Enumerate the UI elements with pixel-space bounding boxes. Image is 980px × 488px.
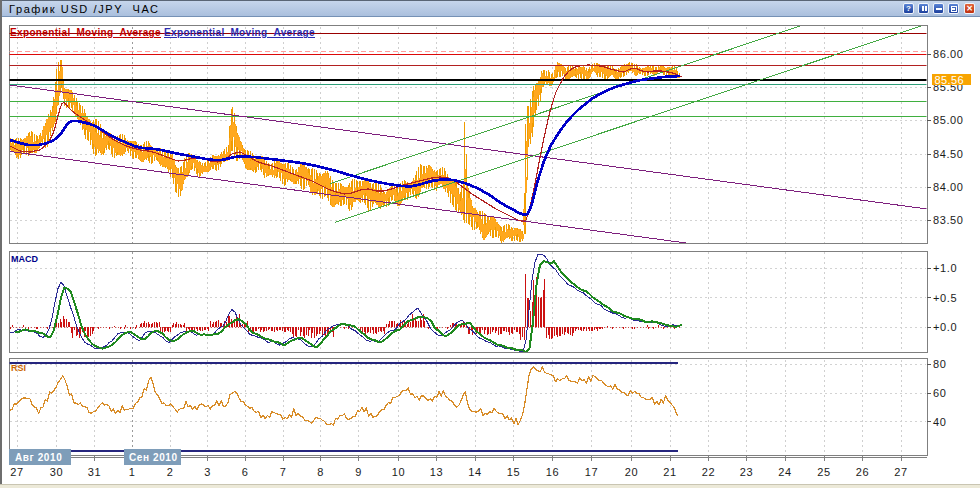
svg-text:9: 9 [355, 466, 362, 478]
svg-text:85.00: 85.00 [933, 114, 964, 126]
svg-text:31: 31 [88, 466, 101, 478]
svg-text:RSI: RSI [11, 363, 26, 373]
svg-text:30: 30 [50, 466, 63, 478]
svg-text:3: 3 [204, 466, 211, 478]
svg-text:26: 26 [856, 466, 869, 478]
svg-text:27: 27 [894, 466, 907, 478]
svg-text:22: 22 [702, 466, 715, 478]
svg-text:Авг 2010: Авг 2010 [15, 452, 62, 463]
svg-text:Exponential_Moving_Average: Exponential_Moving_Average [164, 27, 315, 38]
svg-text:MACD: MACD [11, 254, 38, 264]
svg-text:40: 40 [933, 416, 946, 428]
svg-text:25: 25 [817, 466, 830, 478]
svg-text:14: 14 [468, 466, 481, 478]
svg-text:8: 8 [317, 466, 324, 478]
svg-text:84.00: 84.00 [933, 181, 964, 193]
svg-text:85.56: 85.56 [935, 74, 965, 86]
svg-text:20: 20 [625, 466, 638, 478]
svg-text:21: 21 [663, 466, 676, 478]
svg-text:83.50: 83.50 [933, 214, 964, 226]
svg-text:1: 1 [129, 466, 136, 478]
svg-text:86.00: 86.00 [933, 48, 964, 60]
svg-text:7: 7 [280, 466, 287, 478]
svg-text:23: 23 [740, 466, 753, 478]
svg-text:+0.0: +0.0 [933, 321, 957, 333]
svg-text:10: 10 [392, 466, 405, 478]
svg-text:60: 60 [933, 387, 946, 399]
svg-text:17: 17 [585, 466, 598, 478]
svg-text:2: 2 [167, 466, 174, 478]
svg-text:+0.5: +0.5 [933, 292, 957, 304]
svg-text:24: 24 [778, 466, 791, 478]
svg-text:6: 6 [242, 466, 249, 478]
svg-text:84.50: 84.50 [933, 148, 964, 160]
svg-text:Сен 2010: Сен 2010 [129, 452, 178, 463]
svg-text:27: 27 [10, 466, 23, 478]
svg-text:80: 80 [933, 358, 946, 370]
svg-text:+1.0: +1.0 [933, 262, 957, 274]
svg-text:15: 15 [507, 466, 520, 478]
svg-text:16: 16 [546, 466, 559, 478]
svg-text:Exponential_Moving_Average: Exponential_Moving_Average [10, 27, 161, 38]
svg-text:13: 13 [430, 466, 443, 478]
